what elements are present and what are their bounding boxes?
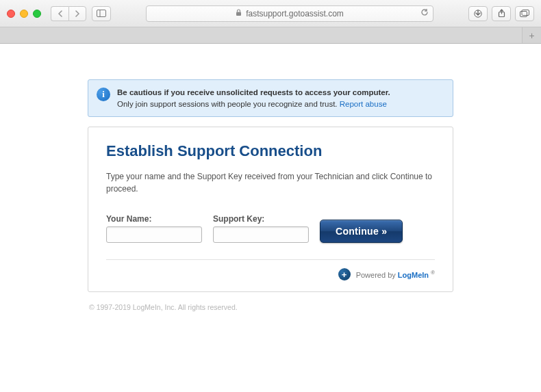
name-field: Your Name: <box>106 214 202 243</box>
minimize-window-button[interactable] <box>20 10 28 18</box>
connection-form: Your Name: Support Key: Continue » <box>106 214 435 243</box>
caution-banner: i Be cautious if you receive unsolicited… <box>88 79 453 117</box>
close-window-button[interactable] <box>7 10 15 18</box>
logmein-plus-icon: + <box>338 268 351 280</box>
powered-by: + Powered by LogMeIn ® <box>106 259 435 280</box>
toolbar-right <box>468 6 534 21</box>
svg-rect-5 <box>520 12 527 17</box>
name-label: Your Name: <box>106 214 202 224</box>
browser-toolbar: fastsupport.gotoassist.com <box>0 0 541 27</box>
key-label: Support Key: <box>213 214 309 224</box>
caution-body: Only join support sessions with people y… <box>117 100 340 108</box>
zoom-window-button[interactable] <box>33 10 41 18</box>
share-button[interactable] <box>492 6 511 21</box>
key-input[interactable] <box>213 226 309 243</box>
registered-mark: ® <box>431 270 435 276</box>
connection-card: Establish Support Connection Type your n… <box>88 127 453 292</box>
tab-strip: + <box>0 27 541 44</box>
tabs-button[interactable] <box>515 6 534 21</box>
continue-button[interactable]: Continue » <box>320 220 403 243</box>
forward-button[interactable] <box>68 6 86 21</box>
card-description: Type your name and the Support Key recei… <box>106 171 435 195</box>
copyright-text: © 1997-2019 LogMeIn, Inc. All rights res… <box>88 303 453 311</box>
new-tab-button[interactable]: + <box>522 27 541 43</box>
caution-bold: Be cautious if you receive unsolicited r… <box>117 88 390 96</box>
report-abuse-link[interactable]: Report abuse <box>340 100 387 108</box>
sidebar-button[interactable] <box>92 6 111 21</box>
powered-text: Powered by LogMeIn ® <box>356 270 435 279</box>
key-field: Support Key: <box>213 214 309 243</box>
caution-text: Be cautious if you receive unsolicited r… <box>117 87 390 109</box>
card-title: Establish Support Connection <box>106 142 435 160</box>
address-bar-wrap: fastsupport.gotoassist.com <box>116 5 463 22</box>
svg-rect-0 <box>97 10 106 17</box>
page-content: i Be cautious if you receive unsolicited… <box>0 44 541 392</box>
name-input[interactable] <box>106 226 202 243</box>
logmein-link[interactable]: LogMeIn <box>398 271 429 279</box>
lock-icon <box>236 9 242 18</box>
svg-rect-2 <box>236 12 241 16</box>
svg-rect-6 <box>522 10 529 16</box>
nav-buttons <box>51 6 86 21</box>
back-button[interactable] <box>51 6 68 21</box>
refresh-icon[interactable] <box>420 8 429 18</box>
info-icon: i <box>97 88 110 101</box>
downloads-button[interactable] <box>468 6 488 21</box>
powered-prefix: Powered by <box>356 271 398 279</box>
window-controls <box>7 10 41 18</box>
address-url: fastsupport.gotoassist.com <box>246 9 344 18</box>
address-bar[interactable]: fastsupport.gotoassist.com <box>146 5 433 22</box>
